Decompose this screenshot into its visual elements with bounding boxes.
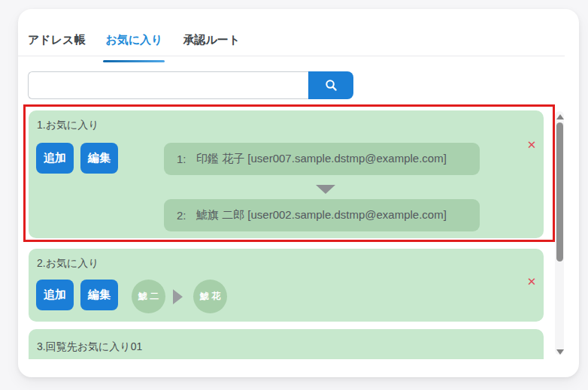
search-button[interactable] — [308, 71, 353, 99]
favorite-panel-2: 2.お気に入り 追加 編集 鯱 二 鯱 花 ✕ — [29, 249, 544, 322]
edit-button[interactable]: 編集 — [80, 280, 118, 310]
tab-favorites-label: お気に入り — [105, 33, 162, 46]
favorites-card: アドレス帳 お気に入り 承認ルート 1.お気に入り 追加 — [18, 9, 579, 377]
tab-favorites[interactable]: お気に入り — [105, 32, 162, 54]
tab-bar: アドレス帳 お気に入り 承認ルート — [28, 32, 240, 54]
favorite-panel-2-title: 2.お気に入り — [37, 256, 99, 270]
add-button[interactable]: 追加 — [36, 143, 74, 174]
active-tab-underline — [103, 60, 165, 62]
tab-approval-route[interactable]: 承認ルート — [183, 32, 240, 54]
favorites-scroll-region: 1.お気に入り 追加 編集 1: 印鑑 花子 [user007.sample.d… — [19, 104, 565, 359]
avatar: 鯱 花 — [193, 280, 227, 313]
route-flow-down-icon — [316, 185, 335, 194]
scrollbar-down-icon[interactable] — [556, 349, 564, 355]
tab-address-book[interactable]: アドレス帳 — [28, 32, 85, 54]
avatar: 鯱 二 — [132, 280, 165, 313]
remove-favorite-button[interactable]: ✕ — [524, 274, 539, 289]
favorite-panel-3-title: 3.回覧先お気に入り01 — [37, 340, 142, 353]
search-icon — [324, 78, 338, 92]
edit-button[interactable]: 編集 — [80, 143, 118, 174]
page-background: アドレス帳 お気に入り 承認ルート 1.お気に入り 追加 — [0, 0, 588, 390]
search-input[interactable] — [28, 71, 308, 99]
tab-bar-divider — [18, 56, 565, 56]
route-flow-right-icon — [173, 289, 183, 304]
favorite-panel-3: 3.回覧先お気に入り01 — [29, 329, 544, 359]
route-step-1-person: 印鑑 花子 [user007.sample.dstmp@example.com] — [196, 152, 447, 166]
favorite-panel-1: 1.お気に入り 追加 編集 1: 印鑑 花子 [user007.sample.d… — [29, 110, 544, 238]
add-button[interactable]: 追加 — [36, 280, 74, 310]
route-step-1: 1: 印鑑 花子 [user007.sample.dstmp@example.c… — [164, 143, 480, 175]
scrollbar-thumb[interactable] — [556, 122, 563, 262]
favorite-panel-1-title: 1.お気に入り — [37, 118, 99, 132]
scrollbar-up-icon[interactable] — [556, 114, 564, 119]
remove-favorite-button[interactable]: ✕ — [524, 138, 539, 153]
route-step-2-person: 鯱旗 二郎 [user002.sample.dstmp@example.com] — [196, 208, 447, 222]
route-step-2-number: 2: — [177, 209, 196, 222]
route-step-1-number: 1: — [177, 153, 196, 165]
route-step-2: 2: 鯱旗 二郎 [user002.sample.dstmp@example.c… — [164, 199, 480, 231]
